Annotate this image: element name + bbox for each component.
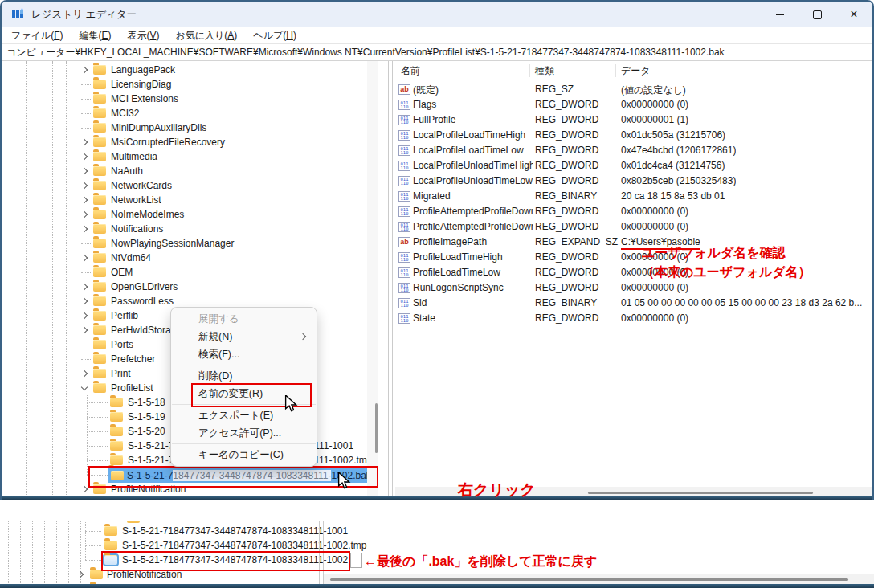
tree-item[interactable]: NowPlayingSessionManager <box>2 236 388 251</box>
value-row[interactable]: 011110LocalProfileLoadTimeHighREG_DWORD0… <box>393 128 872 143</box>
menu-view[interactable]: 表示(V) <box>119 27 167 43</box>
close-button[interactable]: × <box>835 2 872 27</box>
snippet-hscrollbar-track[interactable] <box>324 574 874 584</box>
folder-icon <box>93 224 106 234</box>
value-name: (既定) <box>413 84 533 97</box>
menu-file[interactable]: ファイル(F) <box>3 27 71 43</box>
value-row[interactable]: 011110ProfileAttemptedProfileDownlo...RE… <box>393 204 872 219</box>
value-data: 01 05 00 00 00 00 00 05 15 00 00 00 23 1… <box>621 297 862 308</box>
folder-icon <box>93 94 106 104</box>
annotation-user-folder: ユーザフォルダ名を確認 （本来のユーザフォルダ名） <box>642 243 811 282</box>
dword-value-icon: 011110 <box>398 252 410 263</box>
window-title: レジストリ エディター <box>31 8 137 22</box>
value-row[interactable]: 011110MigratedREG_BINARY20 ca 18 15 8a 5… <box>393 189 872 204</box>
tree-item-label: Notifications <box>111 223 163 235</box>
chevron-right-icon[interactable] <box>81 486 88 492</box>
menu-separator <box>172 365 316 365</box>
folder-icon <box>104 541 117 550</box>
chevron-right-icon[interactable] <box>81 211 88 218</box>
menu-label-part: ) <box>234 30 237 41</box>
chevron-right-icon[interactable] <box>81 168 88 174</box>
value-name: State <box>413 312 533 324</box>
value-type: REG_SZ <box>535 84 574 95</box>
context-menu-item[interactable]: アクセス許可(P)... <box>171 424 317 442</box>
chevron-right-icon[interactable] <box>81 197 88 203</box>
value-row[interactable]: 011110LocalProfileLoadTimeLowREG_DWORD0x… <box>393 143 872 158</box>
tree-item[interactable]: Notifications <box>2 222 388 236</box>
value-name: LocalProfileUnloadTimeHigh <box>413 160 533 171</box>
tree-item[interactable]: MCI32 <box>2 106 388 120</box>
tree-item[interactable]: Multimedia <box>2 149 388 164</box>
column-header-data[interactable]: データ <box>621 64 651 78</box>
context-menu-item[interactable]: 検索(F)... <box>171 345 317 363</box>
column-divider[interactable] <box>615 64 616 77</box>
minimize-button[interactable] <box>762 2 798 27</box>
tree-item[interactable]: NetworkCards <box>2 178 388 193</box>
chevron-right-icon[interactable] <box>81 298 88 304</box>
context-menu-item[interactable]: 削除(D) <box>171 367 317 385</box>
tree-item[interactable]: S-1-5-21-718477347-3448747874-1083348111… <box>0 524 562 538</box>
value-name: ProfileImagePath <box>413 236 533 247</box>
value-row[interactable]: 011110FullProfileREG_DWORD0x00000001 (1) <box>393 112 872 128</box>
tree-item[interactable]: MiniDumpAuxiliaryDlls <box>2 120 388 135</box>
chevron-right-icon[interactable] <box>81 182 88 189</box>
tree-item[interactable]: OpenGLDrivers <box>2 280 388 294</box>
chevron-right-icon[interactable] <box>81 67 88 73</box>
chevron-right-icon[interactable] <box>81 370 88 377</box>
tree-item[interactable]: LanguagePack <box>2 63 388 77</box>
maximize-button[interactable] <box>798 2 835 27</box>
tree-scrollbar-thumb[interactable] <box>375 403 378 453</box>
menu-edit[interactable]: 編集(E) <box>71 27 119 43</box>
address-bar[interactable]: コンピューター¥HKEY_LOCAL_MACHINE¥SOFTWARE¥Micr… <box>2 43 872 61</box>
chevron-right-icon[interactable] <box>81 312 88 319</box>
tree-connector <box>81 243 92 244</box>
menu-help[interactable]: ヘルプ(H) <box>245 27 304 43</box>
values-hscrollbar-thumb[interactable] <box>588 492 813 494</box>
tree-item[interactable]: OEM <box>2 265 388 280</box>
value-data: 0x00000001 (1) <box>621 114 688 125</box>
tree-item[interactable]: MCI Extensions <box>2 92 388 106</box>
folder-icon <box>93 239 106 248</box>
context-menu-item[interactable]: 新規(N) <box>171 328 317 345</box>
value-row[interactable]: ab(既定)REG_SZ(値の設定なし) <box>393 82 872 97</box>
value-name: RunLogonScriptSync <box>413 282 533 293</box>
tree-item[interactable]: NtVdm64 <box>2 251 388 265</box>
folder-icon <box>93 369 106 378</box>
value-row[interactable]: 011110LocalProfileUnloadTimeLowREG_DWORD… <box>393 174 872 189</box>
column-divider[interactable] <box>529 64 530 77</box>
value-row[interactable]: 011110StateREG_DWORD0x00000000 (0) <box>393 311 872 326</box>
dword-value-icon: 011110 <box>398 267 410 278</box>
tree-connector <box>81 84 92 85</box>
snippet-hscrollbar-thumb[interactable] <box>330 578 848 581</box>
registry-editor-window: レジストリ エディター × ファイル(F)編集(E)表示(V)お気に入り(A)ヘ… <box>0 0 874 500</box>
value-row[interactable]: 011110FlagsREG_DWORD0x00000000 (0) <box>393 97 872 112</box>
value-row[interactable]: 011110ProfileAttemptedProfileDownlo...RE… <box>393 219 872 235</box>
tree-item[interactable]: NetworkList <box>2 193 388 207</box>
value-row[interactable]: 011110LocalProfileUnloadTimeHighREG_DWOR… <box>393 158 872 174</box>
tree-item[interactable]: MsiCorruptedFileRecovery <box>2 135 388 149</box>
menu-favorites[interactable]: お気に入り(A) <box>168 27 246 43</box>
tree-item[interactable]: LicensingDiag <box>2 77 388 92</box>
bottom-snippet: S-1-5-21-718477347-3448747874-1083348111… <box>0 521 874 588</box>
value-type: REG_DWORD <box>535 129 598 141</box>
chevron-right-icon[interactable] <box>81 226 88 232</box>
chevron-down-icon[interactable] <box>81 384 88 390</box>
chevron-right-icon[interactable] <box>81 327 88 333</box>
menu-label-part: A <box>227 30 234 41</box>
value-data: 0x01dc505a (31215706) <box>621 129 725 141</box>
column-header-type[interactable]: 種類 <box>535 64 554 78</box>
context-menu-item[interactable]: キー名のコピー(C) <box>171 446 317 463</box>
chevron-right-icon[interactable] <box>81 255 88 261</box>
tree-item[interactable]: NaAuth <box>2 164 388 178</box>
value-row[interactable]: 011110RunLogonScriptSyncREG_DWORD0x00000… <box>393 280 872 296</box>
chevron-right-icon[interactable] <box>81 139 88 145</box>
chevron-right-icon[interactable] <box>81 153 88 160</box>
value-row[interactable]: 011110SidREG_BINARY01 05 00 00 00 00 00 … <box>393 296 872 311</box>
tree-connector <box>81 272 92 273</box>
chevron-right-icon[interactable] <box>81 284 88 290</box>
tree-item[interactable]: NoImeModeImes <box>2 207 388 222</box>
tree-connector <box>87 460 108 461</box>
column-header-name[interactable]: 名前 <box>401 64 420 78</box>
chevron-right-icon[interactable] <box>77 571 84 578</box>
screenshot-canvas: レジストリ エディター × ファイル(F)編集(E)表示(V)お気に入り(A)ヘ… <box>0 0 874 588</box>
